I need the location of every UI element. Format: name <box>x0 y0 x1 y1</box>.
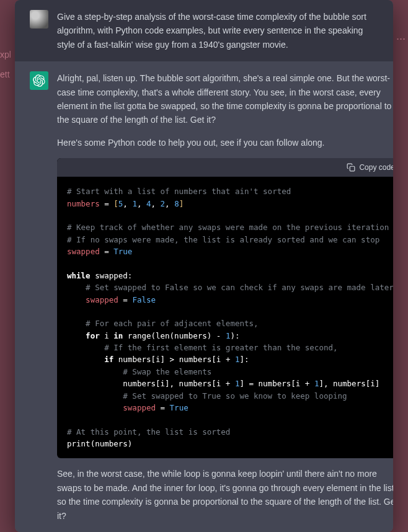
background-text-left: xpl ett <box>0 50 11 79</box>
assistant-message: Alright, pal, listen up. The bubble sort… <box>15 61 393 532</box>
code-block: Copy code # Start with a list of numbers… <box>57 158 393 458</box>
user-message: Give a step-by-step analysis of the wors… <box>15 0 393 61</box>
code-content: # Start with a list of numbers that ain'… <box>57 177 393 458</box>
clipboard-icon <box>347 163 355 172</box>
assistant-para-2: Here's some Python code to help you out,… <box>57 136 393 149</box>
code-header: Copy code <box>57 158 393 177</box>
assistant-avatar <box>30 71 48 90</box>
user-avatar <box>30 10 48 29</box>
chat-modal: Give a step-by-step analysis of the wors… <box>15 0 393 532</box>
assistant-para-3: See, in the worst case, the while loop i… <box>57 467 393 523</box>
user-message-content: Give a step-by-step analysis of the wors… <box>57 10 378 51</box>
assistant-para-1: Alright, pal, listen up. The bubble sort… <box>57 71 393 127</box>
user-prompt-text: Give a step-by-step analysis of the wors… <box>57 10 378 51</box>
svg-rect-0 <box>350 166 355 171</box>
copy-code-button[interactable]: Copy code <box>347 163 393 172</box>
assistant-message-content: Alright, pal, listen up. The bubble sort… <box>57 71 393 523</box>
openai-logo-icon <box>33 74 45 87</box>
background-text-right: ... <box>396 30 406 43</box>
copy-code-label: Copy code <box>359 163 393 172</box>
